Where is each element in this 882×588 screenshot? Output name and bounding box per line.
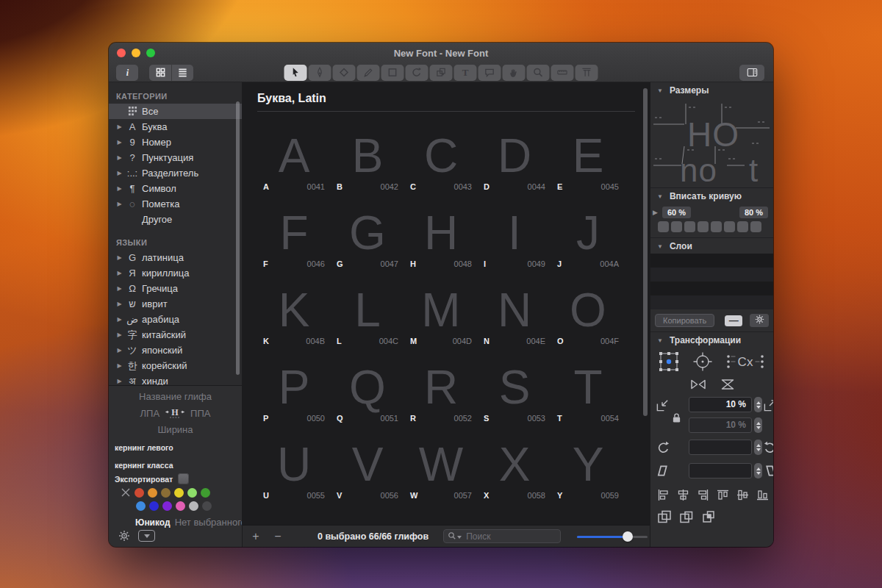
sidebar-item-greek[interactable]: ▶ΩГречица (109, 281, 242, 296)
fit-curve-preset-button[interactable] (711, 221, 722, 232)
scale-up-icon[interactable] (763, 398, 773, 415)
skew-stepper[interactable] (754, 463, 762, 478)
slider-thumb[interactable] (623, 531, 633, 542)
disclosure-right-icon[interactable]: ▶ (115, 270, 124, 276)
fit-curve-max-field[interactable]: 80 % (739, 207, 768, 218)
info-button[interactable]: i (116, 65, 138, 81)
transforms-header[interactable]: ▼ Трансформации (650, 331, 773, 348)
color-swatch[interactable] (148, 488, 157, 498)
skew-left-icon[interactable] (656, 464, 670, 480)
lsb-field[interactable]: ЛПА (140, 408, 160, 419)
glyph-cell[interactable]: DD0044 (478, 116, 551, 193)
tool-pen-button[interactable] (309, 65, 331, 81)
glyph-cell[interactable]: TT0054 (551, 348, 625, 425)
origin-selector-icon[interactable] (658, 351, 680, 373)
glyph-cell[interactable]: XX0058 (478, 425, 551, 502)
disclosure-right-icon[interactable]: ▶ (115, 201, 124, 207)
sidebar-item-bukva[interactable]: ▶AБуква (109, 119, 242, 135)
glyph-cell[interactable]: PP0050 (257, 348, 331, 425)
scale-x-stepper[interactable] (754, 397, 762, 412)
glyph-cell[interactable]: OO004F (551, 270, 625, 348)
no-color-icon[interactable] (121, 487, 131, 498)
glyph-cell[interactable]: ZZ005A (257, 502, 331, 525)
glyph-cell[interactable]: RR0052 (404, 348, 478, 425)
close-button[interactable] (117, 49, 126, 57)
tool-select-button[interactable] (284, 65, 307, 81)
disclosure-right-icon[interactable]: ▶ (115, 154, 124, 161)
color-swatch[interactable] (135, 488, 144, 498)
layer-row[interactable] (650, 268, 773, 282)
disclosure-right-icon[interactable]: ▶ (115, 285, 124, 292)
glyph-cell[interactable]: YY0059 (551, 425, 625, 502)
sidebar-item-simvol[interactable]: ▶¶Символ (109, 181, 242, 196)
tool-comment-button[interactable] (478, 65, 501, 81)
glyph-cell[interactable]: UU0055 (257, 425, 331, 502)
disclosure-right-icon[interactable]: ▶ (115, 123, 124, 130)
glyph-cell[interactable]: AA0041 (257, 116, 331, 193)
export-checkbox[interactable] (178, 473, 189, 484)
copy-layer-button[interactable]: Копировать (655, 314, 714, 327)
rotate-field[interactable] (689, 440, 752, 455)
rsb-field[interactable]: ППА (190, 408, 210, 419)
disclosure-right-icon[interactable]: ▶ (115, 170, 124, 176)
glyph-name-field[interactable]: Название глифа (109, 391, 242, 402)
rotate-stepper[interactable] (754, 440, 762, 455)
glyph-cell[interactable]: LL004C (331, 270, 404, 348)
align-top-icon[interactable] (717, 489, 729, 503)
fit-curve-preset-button[interactable] (737, 221, 748, 232)
scale-x-field[interactable]: 10 % (689, 397, 752, 412)
color-swatch[interactable] (161, 488, 171, 498)
rotate-cw-icon[interactable] (763, 441, 773, 457)
skew-right-icon[interactable] (763, 464, 773, 480)
glyph-cell[interactable]: MM004D (404, 270, 478, 348)
sidebar-item-cyrillic[interactable]: ▶Якириллица (109, 265, 242, 281)
target-icon[interactable] (692, 351, 714, 373)
disclosure-right-icon[interactable]: ▶ (115, 301, 124, 307)
fit-curve-preset-button[interactable] (724, 221, 735, 232)
glyph-cell[interactable]: BB0042 (331, 116, 404, 193)
scale-y-field[interactable]: 10 % (689, 417, 752, 433)
fit-curve-header[interactable]: ▼ Вписать кривую (650, 187, 773, 204)
sidebar-item-arabic[interactable]: ▶ضарабица (109, 312, 242, 327)
add-glyph-button[interactable]: + (250, 530, 262, 543)
sidebar-item-korean[interactable]: ▶한корейский (109, 358, 242, 373)
glyph-cell[interactable]: JJ004A (551, 193, 625, 270)
glyph-cell[interactable]: VV0056 (331, 425, 404, 502)
tool-zoom-button[interactable] (527, 65, 550, 81)
align-left-icon[interactable] (657, 489, 670, 503)
glyph-cell[interactable]: II0049 (478, 193, 551, 270)
list-view-button[interactable] (171, 65, 193, 81)
sidebar-item-hindi[interactable]: ▶अхинди (109, 373, 242, 385)
fit-curve-preset-button[interactable] (750, 221, 761, 232)
dropdown-button[interactable] (138, 530, 155, 542)
color-swatch[interactable] (187, 488, 197, 498)
glyph-cell[interactable]: FF0046 (257, 193, 331, 270)
layer-row[interactable] (650, 282, 773, 295)
sidebar-item-hebrew[interactable]: ▶שиврит (109, 296, 242, 312)
disclosure-right-icon[interactable]: ▶ (115, 185, 124, 192)
sidebar-item-razdelitel[interactable]: ▶:..:Разделитель (109, 165, 242, 181)
sidebar-item-drugoe[interactable]: Другое (109, 212, 242, 227)
tool-eraser-button[interactable] (333, 65, 356, 81)
union-icon[interactable] (657, 509, 672, 526)
flip-horizontal-icon[interactable] (689, 378, 708, 393)
zoom-button[interactable] (146, 49, 155, 57)
layer-row[interactable] (650, 295, 773, 309)
subtract-icon[interactable] (679, 509, 694, 526)
glyph-cell[interactable]: KK004B (257, 270, 331, 348)
disclosure-right-icon[interactable]: ▶ (115, 347, 124, 354)
layer-row[interactable] (650, 254, 773, 268)
width-field[interactable]: Ширина (109, 424, 242, 435)
sidebar-scrollbar[interactable] (236, 101, 240, 375)
disclosure-right-icon[interactable]: ▶ (115, 362, 124, 369)
fit-curve-preset-button[interactable] (658, 221, 669, 232)
titlebar[interactable]: New Font - New Font (109, 43, 773, 63)
sidebar-toggle-button[interactable] (739, 65, 764, 81)
color-swatch[interactable] (162, 501, 172, 511)
disclosure-right-icon[interactable]: ▶ (115, 316, 124, 323)
glyph-cell[interactable]: EE0045 (551, 116, 625, 193)
intersect-icon[interactable] (701, 509, 716, 526)
disclosure-right-icon[interactable]: ▶ (115, 254, 124, 261)
sidebar-item-latin[interactable]: ▶Gлатиница (109, 250, 242, 265)
tool-measure-button[interactable] (551, 65, 574, 81)
